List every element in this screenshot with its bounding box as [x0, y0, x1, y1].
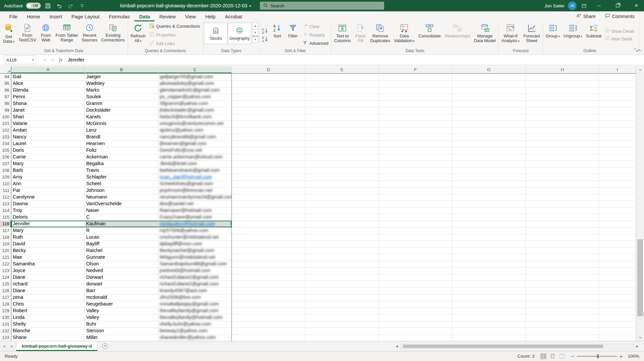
properties-button[interactable]: Properties	[148, 31, 202, 39]
cell-H98[interactable]	[526, 100, 599, 107]
restore-button[interactable]	[610, 0, 625, 11]
row-header-105[interactable]: 105	[0, 147, 11, 154]
cell-D131[interactable]	[232, 321, 305, 328]
cell-B112[interactable]: Neumann	[85, 194, 158, 201]
cell-B123[interactable]: Nedved	[85, 267, 158, 274]
search-box[interactable]: Search	[260, 2, 384, 10]
gallery-down-icon[interactable]: ▼	[252, 29, 258, 36]
quick-access-customize-icon[interactable]	[78, 2, 86, 10]
cell-D102[interactable]	[232, 127, 305, 134]
cell-E95[interactable]	[305, 80, 379, 87]
row-header-129[interactable]: 129	[0, 308, 11, 315]
cell-I94[interactable]	[599, 74, 636, 81]
hscroll-track[interactable]	[400, 344, 634, 349]
row-header-104[interactable]: 104	[0, 140, 11, 147]
cell-D125[interactable]	[232, 281, 305, 288]
fill-handle[interactable]	[230, 226, 232, 228]
reapply-filter-button[interactable]: Reapply	[301, 31, 330, 39]
formula-bar-handle[interactable]: ⋮	[36, 58, 41, 62]
cell-B107[interactable]: Begalka	[85, 160, 158, 167]
cell-D99[interactable]	[232, 107, 305, 114]
cell-C127[interactable]: zfm2009@live.com	[158, 294, 232, 301]
cell-H122[interactable]	[526, 261, 599, 268]
cell-B118[interactable]: Lucas	[85, 234, 158, 241]
remove-duplicates-button[interactable]: Remove Duplicates	[369, 22, 392, 48]
cell-I133[interactable]	[599, 334, 636, 341]
cell-H124[interactable]	[526, 274, 599, 281]
cell-A112[interactable]: Carolynne	[11, 194, 85, 201]
cell-B117[interactable]: R	[85, 227, 158, 234]
cell-F108[interactable]	[379, 167, 452, 174]
advanced-filter-button[interactable]: Advanced	[301, 40, 330, 47]
cell-B98[interactable]: Gramm	[85, 100, 158, 107]
redo-icon[interactable]	[67, 2, 75, 10]
relationships-button[interactable]: Relationships	[443, 22, 472, 48]
cell-H132[interactable]	[526, 328, 599, 335]
cell-B119[interactable]: Bayliff	[85, 241, 158, 248]
cell-I117[interactable]	[599, 227, 636, 234]
cell-D130[interactable]	[232, 314, 305, 321]
cell-D118[interactable]	[232, 234, 305, 241]
cell-D116[interactable]	[232, 221, 305, 228]
cell-G124[interactable]	[452, 274, 526, 281]
cell-F96[interactable]	[379, 87, 452, 94]
cell-D101[interactable]	[232, 120, 305, 127]
cell-I112[interactable]	[599, 194, 636, 201]
cell-D98[interactable]	[232, 100, 305, 107]
row-header-110[interactable]: 110	[0, 180, 11, 188]
cell-A118[interactable]: Ruth	[11, 234, 85, 241]
cell-F120[interactable]	[379, 247, 452, 254]
cell-D128[interactable]	[232, 301, 305, 308]
flash-fill-button[interactable]: Flash Fill	[353, 22, 368, 48]
cell-A103[interactable]: Nancy	[11, 134, 85, 141]
vertical-scrollbar[interactable]: ▲ ▼	[636, 66, 644, 341]
cell-B108[interactable]: Travis	[85, 167, 158, 174]
cell-F122[interactable]	[379, 261, 452, 268]
cell-G126[interactable]	[452, 287, 526, 294]
zoom-level[interactable]: 100%	[628, 354, 639, 359]
cell-E111[interactable]	[305, 187, 379, 194]
document-title[interactable]: kimball-popcorn-ball-giveaway-december-2…	[120, 0, 251, 11]
cell-G119[interactable]	[452, 241, 526, 248]
cell-H108[interactable]	[526, 167, 599, 174]
collapse-ribbon-icon[interactable]	[637, 47, 641, 53]
cell-C100[interactable]: Noloc5@itcmilbank.com	[158, 114, 232, 121]
cell-I110[interactable]	[599, 180, 636, 188]
cell-E94[interactable]	[305, 74, 379, 81]
cell-G109[interactable]	[452, 174, 526, 181]
cell-A106[interactable]: Carrie	[11, 154, 85, 161]
vertical-scrollbar-thumb[interactable]	[637, 239, 643, 316]
cell-C125[interactable]: richard1diane2@gmail.com	[158, 281, 232, 288]
cell-H96[interactable]	[526, 87, 599, 94]
manage-data-model-button[interactable]: Manage Data Model	[472, 22, 497, 48]
cell-I106[interactable]	[599, 154, 636, 161]
cell-H107[interactable]	[526, 160, 599, 167]
cell-B110[interactable]: Scheel	[85, 180, 158, 188]
cell-B130[interactable]: Valley	[85, 314, 158, 321]
cell-I125[interactable]	[599, 281, 636, 288]
from-web-button[interactable]: From Web	[38, 22, 53, 48]
cell-C130[interactable]: thevalleyfamily@hotmail.com	[158, 314, 232, 321]
cell-D129[interactable]	[232, 308, 305, 315]
cell-D121[interactable]	[232, 254, 305, 261]
cell-E102[interactable]	[305, 127, 379, 134]
comments-button[interactable]: Comments	[602, 12, 638, 20]
cell-D100[interactable]	[232, 114, 305, 121]
cell-H128[interactable]	[526, 301, 599, 308]
scroll-up-icon[interactable]: ▲	[636, 66, 644, 73]
cell-C104[interactable]: ljhearnen@gmail.com	[158, 140, 232, 147]
new-sheet-button[interactable]: +	[102, 343, 108, 349]
cell-I124[interactable]	[599, 274, 636, 281]
cell-I129[interactable]	[599, 308, 636, 315]
tab-acrobat[interactable]: Acrobat	[220, 11, 247, 21]
sheet-nav-right-icon[interactable]: ▶	[8, 345, 16, 348]
cell-A116[interactable]: Jennifer	[11, 221, 85, 228]
cell-B96[interactable]: Marks	[85, 87, 158, 94]
scroll-down-icon[interactable]: ▼	[636, 334, 644, 341]
cell-B124[interactable]: Dorwart	[85, 274, 158, 281]
cell-A117[interactable]: Mary	[11, 227, 85, 234]
cell-G114[interactable]	[452, 207, 526, 214]
cell-A119[interactable]: David	[11, 241, 85, 248]
cell-B94[interactable]: Jaeger	[85, 74, 158, 81]
column-header-B[interactable]: B	[85, 66, 158, 74]
